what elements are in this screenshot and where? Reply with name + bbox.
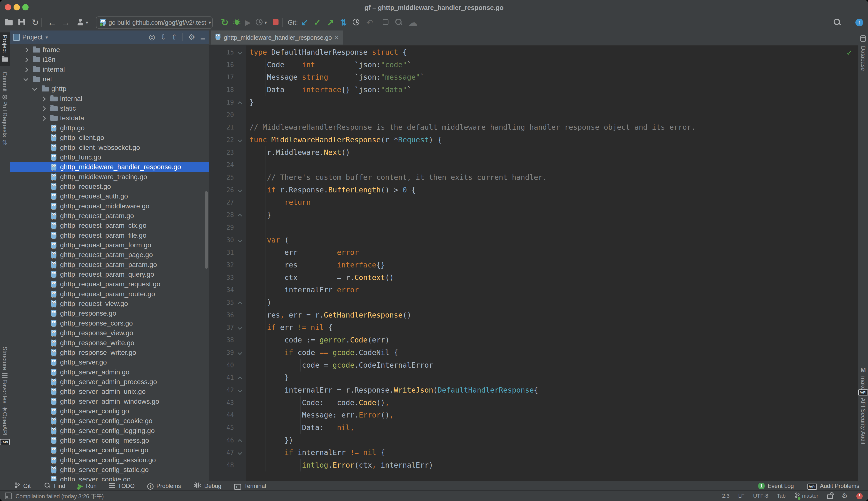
tree-row[interactable]: i18n [10,55,209,64]
run-configuration-select[interactable]: go build github.com/gogf/gf/v2/.test ▾ [96,17,213,29]
chevron-right-icon[interactable] [23,48,28,53]
code-editor-area[interactable]: ✓ 15type DefaultHandlerResponse struct {… [209,45,858,481]
status-lock[interactable] [827,492,833,501]
tree-row[interactable]: ghttp [10,84,209,94]
chevron-down-icon[interactable]: ▾ [45,34,48,40]
tree-row[interactable]: ghttp_server.go [10,358,209,367]
toolbar-forward-button[interactable]: → [61,18,70,27]
tree-row[interactable]: ghttp_response_writer.go [10,348,209,358]
status-indent-style[interactable]: Tab [777,493,785,499]
toolwindow-button-event-log[interactable]: 1Event Log [758,483,794,489]
chevron-right-icon[interactable] [23,57,28,62]
toolbar-save-all-button[interactable] [18,19,25,26]
fold-marker-icon[interactable] [238,50,242,54]
tree-row[interactable]: ghttp_request_param_query.go [10,270,209,279]
tree-row[interactable]: internal [10,65,209,74]
toolwindow-button-problems[interactable]: !Problems [147,482,181,490]
toolbar-back-button[interactable]: ← [48,18,57,27]
tree-row[interactable]: testdata [10,113,209,123]
chevron-down-icon[interactable] [32,86,37,91]
fold-marker-icon[interactable] [238,214,242,218]
tree-row[interactable]: ghttp_request_param_router.go [10,289,209,299]
tree-row[interactable]: frame [10,45,209,55]
tree-row[interactable]: ghttp_request.go [10,182,209,191]
tree-row[interactable]: ghttp_func.go [10,152,209,162]
project-tree-scrollbar[interactable] [205,191,208,269]
tree-row[interactable]: ghttp_client_websocket.go [10,143,209,152]
fold-marker-icon[interactable] [238,376,242,381]
status-file-encoding[interactable]: UTF-8 [753,493,768,499]
tree-row[interactable]: ghttp_server_cookie.go [10,475,209,481]
toolbar-git-push-button[interactable]: ↗ [327,18,334,27]
tree-row[interactable]: ghttp_response_write.go [10,338,209,348]
close-icon[interactable]: × [335,34,338,41]
chevron-right-icon[interactable] [41,116,46,121]
chevron-right-icon[interactable] [41,106,46,111]
toolbar-profiler-button[interactable]: ▾ [256,19,267,26]
toolwindow-button-run[interactable]: ▶Run [78,483,97,490]
tree-row[interactable]: static [10,104,209,113]
tree-row[interactable]: ghttp_response_cors.go [10,319,209,328]
toolwindow-button-debug[interactable]: Debug [194,481,221,491]
tree-row[interactable]: ghttp_response.go [10,309,209,318]
toolbar-git-update-button[interactable]: ↙ [301,18,308,27]
tree-row[interactable]: ghttp_server_admin_unix.go [10,387,209,396]
fold-marker-icon[interactable] [238,238,242,242]
tree-row[interactable]: ghttp_server_config_logging.go [10,426,209,436]
toolwindow-button-git[interactable]: Git [14,482,31,490]
tree-row[interactable]: ghttp_server_admin_process.go [10,377,209,387]
hide-icon[interactable] [200,33,205,41]
expand-all-icon[interactable]: ⇩ [160,33,166,41]
chevron-right-icon[interactable] [41,97,46,102]
tree-row[interactable]: ghttp_middleware_tracing.go [10,172,209,182]
status-line-separator[interactable]: LF [738,493,744,499]
fold-marker-icon[interactable] [238,101,242,106]
toolbar-shelve-button[interactable] [383,19,388,26]
toolbar-debug-button[interactable] [233,18,241,27]
toolwindow-button-audit-problems[interactable]: /APIAudit Problems [807,482,859,490]
tree-row[interactable]: net [10,74,209,84]
tree-row[interactable]: ghttp_request_param.go [10,211,209,221]
tree-row[interactable]: ghttp_request_param_request.go [10,279,209,289]
tree-row[interactable]: ghttp_server_config_mess.go [10,436,209,445]
tree-row[interactable]: ghttp_server_admin_windows.go [10,397,209,406]
tree-row[interactable]: ghttp_server_config_cookie.go [10,416,209,426]
chevron-right-icon[interactable] [23,67,28,72]
fold-marker-icon[interactable] [238,350,242,355]
tree-row[interactable]: ghttp_request_view.go [10,299,209,309]
status-caret-position[interactable]: 2:3 [722,493,730,499]
chevron-down-icon[interactable] [23,76,28,81]
tree-row[interactable]: ghttp_request_param_ctx.go [10,221,209,231]
toolbar-open-project-button[interactable] [5,19,13,26]
toolbar-run-with-coverage-button[interactable]: ▶ [245,19,251,26]
stripe-tab-api-security-audit[interactable]: /APIAPI Security Audit [858,386,868,447]
tree-row[interactable]: ghttp_request_param_form.go [10,240,209,250]
status-git-branch[interactable]: master [794,492,818,500]
toolbar-run-button[interactable]: ↻ [221,18,229,27]
tree-row[interactable]: ghttp_middleware_handler_response.go [10,162,209,172]
tree-row[interactable]: ghttp_request_param_file.go [10,231,209,240]
tree-row[interactable]: ghttp_server_config_session.go [10,455,209,465]
fold-marker-icon[interactable] [238,439,242,444]
tree-row[interactable]: ghttp_response_view.go [10,328,209,338]
locate-icon[interactable]: ◎ [149,33,155,41]
toolbar-git-history-button[interactable] [353,19,359,26]
fold-marker-icon[interactable] [238,451,242,455]
tree-row[interactable]: ghttp_server_config.go [10,406,209,416]
toolbar-search-everywhere-button[interactable] [833,18,841,27]
toolbar-cloud-button[interactable]: ☁ [408,18,418,27]
tree-row[interactable]: ghttp_request_auth.go [10,191,209,201]
toolbar-user-profile-button[interactable]: ▾ [77,19,88,26]
editor-tab[interactable]: ghttp_middleware_handler_response.go × [211,31,343,44]
toolbar-stop-button[interactable] [273,19,279,26]
collapse-all-icon[interactable]: ⇧ [171,33,177,41]
fold-marker-icon[interactable] [238,138,242,142]
fold-marker-icon[interactable] [238,188,242,192]
stripe-tab-database[interactable]: Database [858,32,868,73]
tree-row[interactable]: ghttp.go [10,123,209,133]
status-error-analysis[interactable]: ! [856,492,863,499]
stripe-tab-project[interactable]: Project [0,32,10,66]
stripe-tab-commit[interactable]: Commit [0,69,10,103]
tree-row[interactable]: ghttp_request_middleware.go [10,201,209,211]
toolbar-update-available-button[interactable]: ↑ [855,19,863,26]
